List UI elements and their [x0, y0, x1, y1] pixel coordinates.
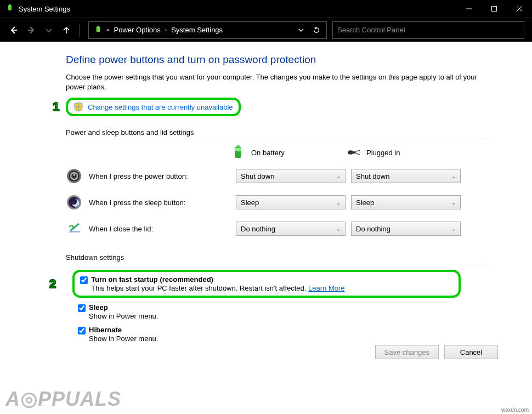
refresh-button[interactable] — [309, 22, 324, 38]
hibernate-checkbox[interactable] — [78, 327, 86, 334]
maximize-button[interactable] — [482, 0, 507, 18]
power-button-plugged-select[interactable]: Shut down⌄ — [351, 169, 461, 183]
nav-separator — [79, 24, 80, 37]
fast-startup-desc: This helps start your PC faster after sh… — [91, 284, 308, 292]
on-battery-header: On battery — [230, 145, 346, 160]
save-changes-button[interactable]: Save changes — [375, 345, 439, 359]
buttons-section-header: Power and sleep buttons and lid settings — [66, 128, 532, 137]
recent-dropdown[interactable] — [41, 22, 57, 38]
section-rule — [66, 139, 488, 139]
address-dropdown[interactable] — [293, 22, 309, 38]
power-button-label: When I press the power button: — [89, 172, 188, 180]
svg-rect-12 — [235, 148, 241, 151]
hibernate-desc: Show in Power menu. — [78, 334, 461, 343]
section-rule-2 — [66, 264, 488, 264]
svg-line-15 — [356, 151, 360, 152]
svg-rect-14 — [353, 152, 356, 154]
fast-startup-checkbox[interactable] — [80, 276, 88, 284]
cancel-button[interactable]: Cancel — [444, 345, 498, 359]
app-icon — [5, 4, 14, 13]
svg-rect-1 — [9, 4, 10, 6]
lid-label: When I close the lid: — [89, 225, 153, 233]
hibernate-setting-item: Hibernate Show in Power menu. — [78, 326, 461, 343]
breadcrumb-power-options[interactable]: Power Options — [111, 24, 164, 36]
window-title: System Settings — [19, 5, 456, 13]
change-settings-highlight: 1 Change settings that are currently una… — [66, 98, 241, 116]
address-bar[interactable]: « Power Options › System Settings — [88, 21, 327, 39]
plugged-in-label: Plugged in — [366, 149, 400, 157]
breadcrumb-prefix: « — [105, 27, 111, 33]
power-options-icon — [93, 25, 103, 35]
plugged-in-header: Plugged in — [346, 145, 461, 160]
nav-bar: « Power Options › System Settings — [0, 18, 532, 42]
footer-buttons: Save changes Cancel — [375, 345, 498, 359]
chevron-down-icon: ⌄ — [451, 226, 456, 232]
shutdown-settings-list: 2 Turn on fast startup (recommended) Thi… — [66, 270, 461, 343]
plug-icon — [346, 145, 361, 160]
shield-icon — [73, 102, 83, 112]
back-button[interactable] — [5, 22, 22, 38]
power-button-row: When I press the power button: Shut down… — [66, 168, 532, 184]
svg-rect-11 — [236, 145, 240, 148]
minimize-button[interactable] — [456, 0, 482, 18]
power-button-icon — [66, 168, 82, 184]
lid-row: When I close the lid: Do nothing⌄ Do not… — [66, 220, 532, 237]
lid-plugged-select[interactable]: Do nothing⌄ — [351, 222, 461, 236]
hibernate-title: Hibernate — [89, 326, 122, 334]
fast-startup-title: Turn on fast startup (recommended) — [91, 275, 213, 283]
chevron-down-icon: ⌄ — [336, 200, 341, 206]
sleep-setting-item: Sleep Show in Power menu. — [78, 303, 461, 320]
breadcrumb-system-settings[interactable]: System Settings — [168, 24, 226, 36]
sleep-checkbox[interactable] — [78, 304, 86, 312]
callout-1: 1 — [48, 99, 64, 115]
forward-button[interactable] — [23, 22, 39, 38]
search-input[interactable] — [337, 26, 519, 34]
close-button[interactable] — [507, 0, 532, 18]
sleep-button-row: When I press the sleep button: Sleep⌄ Sl… — [66, 194, 532, 211]
shutdown-section-header: Shutdown settings — [66, 253, 532, 262]
sleep-button-plugged-select[interactable]: Sleep⌄ — [351, 195, 461, 209]
chevron-down-icon: ⌄ — [336, 173, 341, 179]
chevron-down-icon: ⌄ — [336, 226, 341, 232]
laptop-lid-icon — [66, 220, 82, 237]
battery-icon — [230, 145, 246, 160]
callout-2: 2 — [45, 276, 60, 292]
bullseye-icon — [21, 393, 37, 408]
sleep-button-label: When I press the sleep button: — [89, 199, 185, 207]
title-bar: System Settings — [0, 0, 532, 18]
sleep-desc: Show in Power menu. — [78, 312, 461, 320]
on-battery-label: On battery — [251, 149, 285, 157]
svg-rect-3 — [492, 7, 497, 12]
watermark-brand: APPUALS — [0, 384, 127, 414]
svg-rect-9 — [98, 26, 99, 27]
change-settings-link[interactable]: Change settings that are currently unava… — [88, 103, 233, 111]
chevron-right-icon: › — [164, 27, 168, 33]
chevron-down-icon: ⌄ — [451, 200, 456, 206]
sleep-button-battery-select[interactable]: Sleep⌄ — [236, 195, 346, 209]
power-button-battery-select[interactable]: Shut down⌄ — [236, 169, 346, 183]
sleep-button-icon — [66, 194, 82, 211]
column-headers: On battery Plugged in — [66, 145, 532, 160]
fast-startup-highlight: 2 Turn on fast startup (recommended) Thi… — [72, 270, 461, 298]
up-button[interactable] — [58, 22, 75, 38]
search-box[interactable] — [332, 21, 524, 39]
chevron-down-icon: ⌄ — [451, 173, 456, 179]
learn-more-link[interactable]: Learn More — [308, 284, 344, 292]
lid-battery-select[interactable]: Do nothing⌄ — [236, 222, 346, 236]
page-description: Choose the power settings that you want … — [66, 72, 483, 92]
sleep-title: Sleep — [89, 303, 108, 311]
content-pane: Define power buttons and turn on passwor… — [0, 42, 532, 343]
watermark-site: wsxdn.com — [501, 407, 529, 413]
svg-line-16 — [356, 154, 360, 155]
page-title: Define power buttons and turn on passwor… — [66, 54, 532, 66]
